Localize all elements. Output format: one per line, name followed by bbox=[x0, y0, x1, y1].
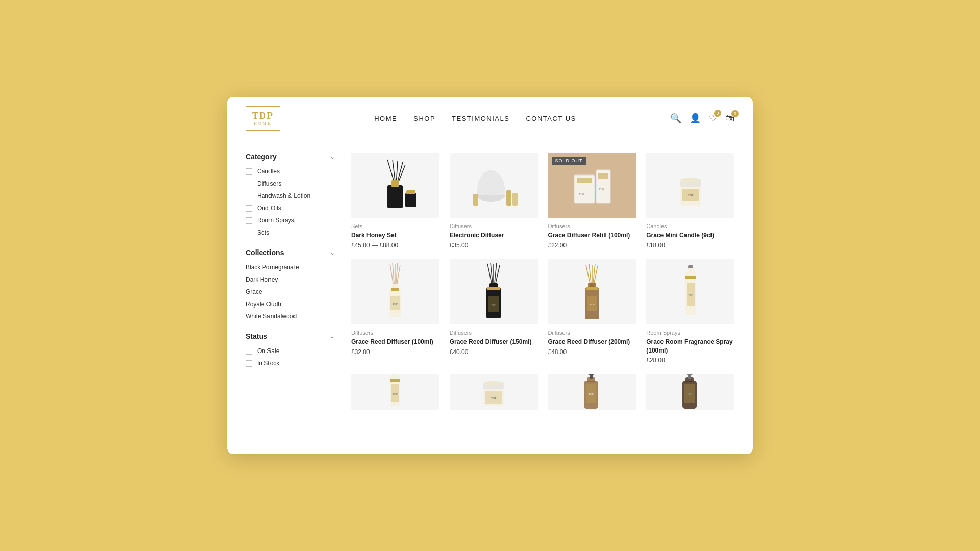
product-2-name: Electronic Diffuser bbox=[450, 231, 538, 240]
in-stock-label: In Stock bbox=[257, 360, 279, 367]
nav-shop[interactable]: SHOP bbox=[413, 115, 435, 122]
product-5-name: Grace Reed Diffuser (100ml) bbox=[351, 338, 439, 346]
filter-roomsprays[interactable]: Room Sprays bbox=[246, 217, 335, 224]
cart-icon[interactable]: 🛍 1 bbox=[725, 113, 734, 124]
product-4-name: Grace Mini Candle (9cl) bbox=[646, 231, 734, 240]
svg-text:TDP: TDP bbox=[393, 303, 398, 305]
product-grace-candle-2[interactable]: TDP bbox=[450, 374, 538, 415]
product-grace-room-spray-2[interactable]: TDP bbox=[351, 374, 439, 415]
category-chevron: ⌄ bbox=[330, 153, 335, 161]
product-grace-reed-150[interactable]: TDP Diffusers Grace Reed Diffuser (150ml… bbox=[450, 259, 538, 364]
svg-rect-7 bbox=[405, 193, 416, 207]
oud-checkbox[interactable] bbox=[246, 205, 252, 212]
logo-sub: HOME bbox=[252, 121, 274, 126]
product-grace-mini-candle[interactable]: TDP Candles Grace Mini Candle (9cl) £18.… bbox=[646, 153, 734, 249]
account-icon[interactable]: 👤 bbox=[690, 113, 701, 124]
product-image-handwash: TDP bbox=[548, 374, 636, 410]
svg-text:TDP: TDP bbox=[590, 303, 595, 306]
product-5-price: £32.00 bbox=[351, 348, 439, 356]
status-filter-header[interactable]: Status ⌄ bbox=[246, 332, 335, 340]
filter-in-stock[interactable]: In Stock bbox=[246, 360, 335, 367]
header: TDP HOME HOME SHOP TESTIMONIALS CONTACT … bbox=[227, 97, 753, 140]
product-grace-room-spray[interactable]: TDP Room Sprays Grace Room Fragrance Spr… bbox=[646, 259, 734, 364]
search-icon[interactable]: 🔍 bbox=[670, 113, 681, 124]
wishlist-badge: 0 bbox=[714, 110, 721, 117]
collection-black-pomegranate[interactable]: Black Pomegranate bbox=[246, 264, 335, 271]
sidebar: Category ⌄ Candles Diffusers Handwash & … bbox=[246, 153, 335, 415]
collections-title: Collections bbox=[246, 248, 284, 257]
in-stock-checkbox[interactable] bbox=[246, 360, 252, 367]
product-image-reed-200: TDP bbox=[548, 259, 636, 324]
logo-main: TDP bbox=[252, 111, 274, 121]
svg-text:TDP: TDP bbox=[688, 194, 694, 197]
filter-oud[interactable]: Oud Oils bbox=[246, 205, 335, 212]
product-image-refill: SOLD OUT TDP TDP bbox=[548, 153, 636, 218]
product-8-price: £28.00 bbox=[646, 357, 734, 364]
product-8-name: Grace Room Fragrance Spray (100ml) bbox=[646, 338, 734, 355]
browser-window: TDP HOME HOME SHOP TESTIMONIALS CONTACT … bbox=[227, 97, 753, 454]
svg-rect-57 bbox=[685, 276, 696, 279]
collection-dark-honey[interactable]: Dark Honey bbox=[246, 276, 335, 283]
cart-badge: 1 bbox=[731, 110, 739, 117]
nav-home[interactable]: HOME bbox=[374, 115, 397, 122]
category-filter-header[interactable]: Category ⌄ bbox=[246, 153, 335, 161]
svg-rect-6 bbox=[391, 180, 399, 187]
sets-checkbox[interactable] bbox=[246, 230, 252, 236]
product-electronic-diffuser[interactable]: Diffusers Electronic Diffuser £35.00 bbox=[450, 153, 538, 249]
main-nav: HOME SHOP TESTIMONIALS CONTACT US bbox=[374, 115, 576, 122]
product-image-candle: TDP bbox=[646, 153, 734, 218]
svg-rect-8 bbox=[406, 190, 415, 194]
product-1-category: Sets bbox=[351, 223, 439, 229]
collections-chevron: ⌄ bbox=[330, 249, 335, 257]
product-1-name: Dark Honey Set bbox=[351, 231, 439, 240]
svg-point-70 bbox=[483, 381, 504, 385]
product-image-lotion: TDP bbox=[646, 374, 734, 410]
product-4-price: £18.00 bbox=[646, 242, 734, 249]
candles-checkbox[interactable] bbox=[246, 168, 252, 175]
collection-white-sandalwood[interactable]: White Sandalwood bbox=[246, 313, 335, 320]
product-image-dark-honey-set bbox=[351, 153, 439, 218]
filter-sets[interactable]: Sets bbox=[246, 229, 335, 236]
roomsprays-checkbox[interactable] bbox=[246, 217, 252, 224]
wishlist-icon[interactable]: ♡ 0 bbox=[709, 113, 717, 124]
product-grace-handwash[interactable]: TDP bbox=[548, 374, 636, 415]
product-3-category: Diffusers bbox=[548, 223, 636, 229]
svg-rect-11 bbox=[512, 193, 518, 206]
nav-testimonials[interactable]: TESTIMONIALS bbox=[452, 115, 509, 122]
diffusers-label: Diffusers bbox=[257, 180, 281, 187]
product-4-category: Candles bbox=[646, 223, 734, 229]
handwash-label: Handwash & Lotion bbox=[257, 192, 310, 199]
product-grace-diffuser-refill[interactable]: SOLD OUT TDP TDP Diffusers bbox=[548, 153, 636, 249]
filter-on-sale[interactable]: On Sale bbox=[246, 347, 335, 355]
filter-candles[interactable]: Candles bbox=[246, 168, 335, 175]
svg-text:TDP: TDP bbox=[579, 193, 585, 196]
svg-rect-14 bbox=[577, 178, 592, 183]
product-image-spray: TDP bbox=[646, 259, 734, 324]
svg-text:TDP: TDP bbox=[491, 397, 497, 400]
product-2-price: £35.00 bbox=[450, 242, 538, 249]
collection-royale-oudh[interactable]: Royale Oudh bbox=[246, 300, 335, 308]
product-grace-reed-100[interactable]: TDP Diffusers Grace Reed Diffuser (100ml… bbox=[351, 259, 439, 364]
product-dark-honey-set[interactable]: Sets Dark Honey Set £45.00 — £88.00 bbox=[351, 153, 439, 249]
filter-handwash[interactable]: Handwash & Lotion bbox=[246, 192, 335, 199]
nav-contact[interactable]: CONTACT US bbox=[526, 115, 576, 122]
main-layout: Category ⌄ Candles Diffusers Handwash & … bbox=[227, 140, 753, 427]
category-filter: Category ⌄ Candles Diffusers Handwash & … bbox=[246, 153, 335, 236]
diffusers-checkbox[interactable] bbox=[246, 181, 252, 187]
svg-text:TDP: TDP bbox=[599, 188, 605, 191]
collection-grace[interactable]: Grace bbox=[246, 288, 335, 295]
handwash-checkbox[interactable] bbox=[246, 193, 252, 199]
filter-diffusers[interactable]: Diffusers bbox=[246, 180, 335, 187]
header-icons: 🔍 👤 ♡ 0 🛍 1 bbox=[670, 113, 734, 124]
on-sale-label: On Sale bbox=[257, 347, 279, 355]
product-grace-lotion[interactable]: TDP bbox=[646, 374, 734, 415]
product-grace-reed-200[interactable]: TDP Diffusers Grace Reed Diffuser (200ml… bbox=[548, 259, 636, 364]
svg-rect-62 bbox=[393, 374, 398, 374]
logo[interactable]: TDP HOME bbox=[246, 106, 280, 131]
on-sale-checkbox[interactable] bbox=[246, 348, 252, 355]
product-3-name: Grace Diffuser Refill (100ml) bbox=[548, 231, 636, 240]
svg-rect-80 bbox=[687, 374, 693, 375]
svg-rect-56 bbox=[688, 265, 693, 268]
product-image-reed-150: TDP bbox=[450, 259, 538, 324]
collections-filter-header[interactable]: Collections ⌄ bbox=[246, 248, 335, 257]
